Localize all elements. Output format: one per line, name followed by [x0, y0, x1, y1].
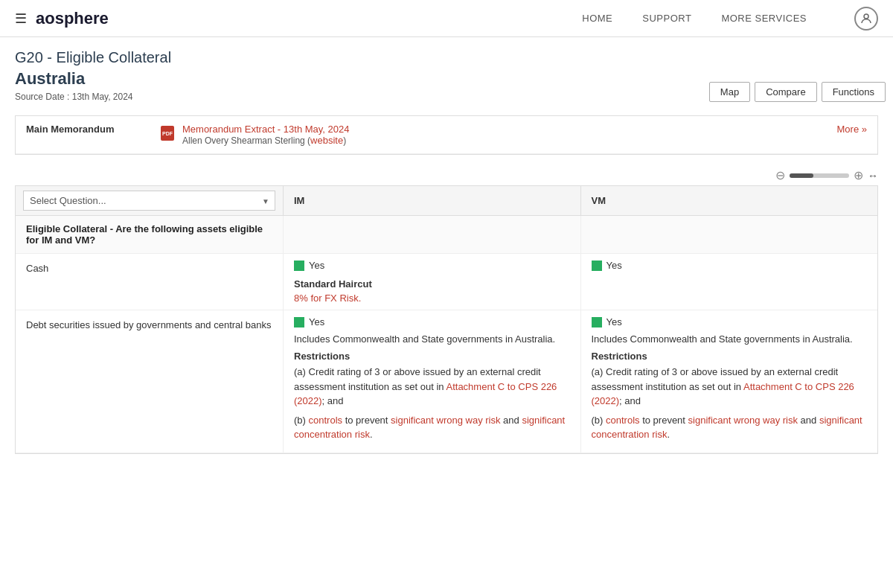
asset-vm-debt: Yes Includes Commonwealth and State gove… — [581, 310, 878, 453]
cash-vm-yes-label: Yes — [606, 260, 622, 271]
nav-links: HOME SUPPORT MORE SERVICES — [582, 7, 878, 31]
debt-im-yes-label: Yes — [309, 316, 324, 327]
debt-im-includes: Includes Commonwealth and State governme… — [294, 333, 570, 345]
col-vm-header: VM — [581, 186, 878, 215]
table-row: Debt securities issued by governments an… — [16, 310, 877, 453]
debt-vm-green-square — [592, 317, 602, 327]
memo-website-link[interactable]: website — [310, 135, 343, 146]
top-buttons: Map Compare Functions — [709, 82, 886, 102]
memo-subtitle: Allen Overy Shearman Sterling (website) — [182, 135, 349, 146]
debt-vm-restriction-a-end: ; and — [619, 395, 641, 406]
zoom-slider-fill — [790, 173, 813, 178]
debt-im-restriction-b: (b) controls to prevent significant wron… — [294, 413, 570, 442]
cash-im-yes-badge: Yes — [294, 260, 324, 271]
asset-label-debt-text: Debt securities issued by governments an… — [26, 319, 272, 330]
cash-im-yes-label: Yes — [309, 260, 324, 271]
select-wrapper: Select Question... ▼ — [23, 191, 275, 211]
cash-vm-yes-badge: Yes — [592, 260, 622, 271]
debt-vm-restriction-a: (a) Credit rating of 3 or above issued b… — [592, 365, 868, 409]
debt-im-wrong-way-link[interactable]: significant wrong way risk — [391, 415, 500, 426]
debt-im-restriction-b-and: and — [500, 415, 522, 426]
debt-im-controls-link[interactable]: controls — [309, 415, 343, 426]
asset-label-text: Cash — [26, 263, 48, 274]
debt-im-restrictions-title: Restrictions — [294, 351, 570, 362]
cash-vm-green-square — [592, 261, 602, 271]
question-select-wrapper: Select Question... ▼ — [16, 186, 284, 215]
map-button[interactable]: Map — [709, 82, 750, 102]
debt-vm-restriction-b-mid: to prevent — [640, 415, 688, 426]
question-row: Select Question... ▼ IM VM — [16, 186, 877, 216]
debt-vm-restriction-b: (b) controls to prevent significant wron… — [592, 413, 868, 442]
nav-support[interactable]: SUPPORT — [642, 13, 691, 24]
debt-im-green-square — [294, 317, 304, 327]
user-icon[interactable] — [854, 7, 878, 31]
col-im-header: IM — [284, 186, 581, 215]
svg-text:PDF: PDF — [162, 131, 173, 136]
compare-button[interactable]: Compare — [755, 82, 816, 102]
debt-vm-yes-label: Yes — [606, 316, 622, 327]
debt-im-restriction-a: (a) Credit rating of 3 or above issued b… — [294, 365, 570, 409]
debt-vm-restrictions-title: Restrictions — [592, 351, 868, 362]
section-heading: Eligible Collateral - Are the following … — [16, 216, 284, 253]
zoom-out-button[interactable]: ⊖ — [775, 168, 785, 182]
memo-row: Main Memorandum PDF Memorandum Extract -… — [16, 116, 877, 154]
cash-im-green-square — [294, 261, 304, 271]
svg-point-0 — [864, 14, 868, 19]
asset-label-debt: Debt securities issued by governments an… — [16, 310, 284, 453]
nav-home[interactable]: HOME — [582, 13, 612, 24]
question-select[interactable]: Select Question... — [23, 191, 275, 211]
debt-im-restriction-b-mid: to prevent — [342, 415, 391, 426]
debt-vm-restriction-b-and: and — [798, 415, 819, 426]
haircut-detail: 8% for FX Risk. — [294, 293, 570, 304]
section-heading-row: Eligible Collateral - Are the following … — [16, 216, 877, 254]
asset-label-cash: Cash — [16, 254, 284, 310]
haircut-title: Standard Haircut — [294, 278, 570, 290]
asset-im-cash: Yes Standard Haircut 8% for FX Risk. — [284, 254, 581, 310]
memo-author-prefix: Allen Overy Shearman Sterling ( — [182, 135, 310, 146]
memo-extract-link[interactable]: Memorandum Extract - 13th May, 2024 — [182, 124, 349, 135]
debt-im-restriction-b-end: . — [370, 429, 373, 440]
page-header-container: G20 - Eligible Collateral Australia Sour… — [0, 37, 893, 108]
zoom-in-button[interactable]: ⊕ — [854, 168, 863, 182]
expand-icon[interactable]: ↔ — [868, 170, 878, 182]
pdf-icon: PDF — [160, 125, 175, 145]
memo-more-link[interactable]: More » — [837, 124, 867, 135]
asset-im-debt: Yes Includes Commonwealth and State gove… — [284, 310, 581, 453]
memo-author-suffix: ) — [343, 135, 346, 146]
table-row: Cash Yes Standard Haircut 8% for FX Risk… — [16, 254, 877, 310]
section-heading-im — [284, 216, 581, 253]
debt-vm-yes-badge: Yes — [592, 316, 622, 327]
debt-im-yes-badge: Yes — [294, 316, 324, 327]
debt-im-restriction-b-start: (b) — [294, 415, 309, 426]
debt-im-restriction-a-end: ; and — [322, 395, 344, 406]
functions-button[interactable]: Functions — [822, 82, 886, 102]
nav-more-services[interactable]: MORE SERVICES — [721, 13, 807, 24]
memo-text-block: Memorandum Extract - 13th May, 2024 Alle… — [182, 124, 349, 146]
debt-vm-restriction-b-end: . — [667, 429, 670, 440]
zoom-slider[interactable] — [790, 173, 849, 178]
content-area: Select Question... ▼ IM VM Eligible Coll… — [15, 185, 878, 454]
debt-vm-includes: Includes Commonwealth and State governme… — [592, 333, 868, 345]
debt-vm-controls-link[interactable]: controls — [606, 415, 640, 426]
asset-vm-cash: Yes — [581, 254, 878, 310]
debt-vm-wrong-way-link[interactable]: significant wrong way risk — [688, 415, 798, 426]
memo-label: Main Memorandum — [26, 124, 160, 135]
logo: aosphere — [36, 9, 109, 28]
zoom-controls: ⊖ ⊕ ↔ — [0, 162, 893, 185]
memo-section: Main Memorandum PDF Memorandum Extract -… — [15, 115, 878, 155]
navbar: ☰ aosphere HOME SUPPORT MORE SERVICES — [0, 0, 893, 37]
hamburger-icon[interactable]: ☰ — [15, 10, 27, 27]
debt-vm-restriction-b-start: (b) — [592, 415, 606, 426]
section-heading-vm — [581, 216, 878, 253]
page-title: G20 - Eligible Collateral — [15, 49, 878, 66]
memo-content: PDF Memorandum Extract - 13th May, 2024 … — [160, 124, 837, 146]
